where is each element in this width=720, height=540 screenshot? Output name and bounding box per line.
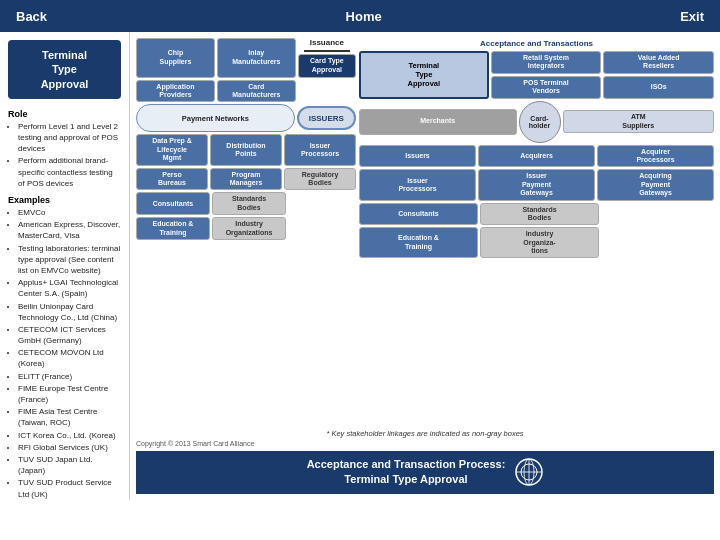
terminal-type-approval-main-box: TerminalTypeApproval <box>359 51 489 99</box>
merchants-box: Merchants <box>359 109 517 135</box>
examples-text: EMVCo American Express, Discover, Master… <box>8 207 121 500</box>
issuer-processors-left-box: IssuerProcessors <box>284 134 356 165</box>
role-title: Role <box>8 109 121 119</box>
education-training-right-box: Education &Training <box>359 227 478 258</box>
cardholder-circle: Card-holder <box>519 101 561 143</box>
program-managers-box: ProgramManagers <box>210 168 282 191</box>
issuance-label: Issuance <box>310 38 344 48</box>
issuer-processors-right-box: IssuerProcessors <box>359 169 476 200</box>
perso-bureaus-box: PersoBureaus <box>136 168 208 191</box>
regulatory-bodies-left-box: RegulatoryBodies <box>284 168 356 191</box>
card-manufacturers-box: CardManufacturers <box>217 80 296 103</box>
footer-bar: Acceptance and Transaction Process: Term… <box>136 451 714 494</box>
card-type-approval-box: Card TypeApproval <box>298 54 356 78</box>
issuer-payment-gateways-box: IssuerPaymentGateways <box>478 169 595 200</box>
distribution-points-box: DistributionPoints <box>210 134 282 165</box>
standards-bodies-left-box: StandardsBodies <box>212 192 286 215</box>
issuers-oval: ISSUERS <box>297 106 356 130</box>
top-bar: Back Home Exit <box>0 0 720 32</box>
back-button[interactable]: Back <box>16 9 47 24</box>
smart-card-alliance-logo <box>515 458 543 486</box>
main-content: TerminalTypeApproval Role Perform Level … <box>0 32 720 500</box>
key-note: * Key stakeholder linkages are indicated… <box>136 429 714 438</box>
consultants-right-box: Consultants <box>359 203 478 226</box>
value-added-resellers-box: Value AddedResellers <box>603 51 714 74</box>
acquiring-payment-gateways-box: AcquiringPaymentGateways <box>597 169 714 200</box>
data-prep-box: Data Prep &LifecycleMgmt <box>136 134 208 165</box>
isos-box: ISOs <box>603 76 714 99</box>
standards-bodies-right-box: StandardsBodies <box>480 203 599 226</box>
inlay-manufacturers-box: InlayManufacturers <box>217 38 296 78</box>
footer-text: Acceptance and Transaction Process: Term… <box>307 457 506 488</box>
pos-terminal-vendors-box: POS TerminalVendors <box>491 76 602 99</box>
acceptance-title: Acceptance and Transactions <box>359 38 714 49</box>
acquirers-box: Acquirers <box>478 145 595 168</box>
right-panel: ChipSuppliers InlayManufacturers Issuanc… <box>130 32 720 500</box>
terminal-badge: TerminalTypeApproval <box>8 40 121 99</box>
copyright-text: Copyright © 2013 Smart Card Alliance <box>136 440 254 447</box>
exit-button[interactable]: Exit <box>680 9 704 24</box>
acquirer-processors-box: AcquirerProcessors <box>597 145 714 168</box>
atm-suppliers-box: ATMSuppliers <box>563 110 715 133</box>
examples-title: Examples <box>8 195 121 205</box>
left-panel: TerminalTypeApproval Role Perform Level … <box>0 32 130 500</box>
industry-orgs-right-box: IndustryOrganiza-tions <box>480 227 599 258</box>
application-providers-box: ApplicationProviders <box>136 80 215 103</box>
issuers-box: Issuers <box>359 145 476 168</box>
payment-networks-box: Payment Networks <box>136 104 295 132</box>
chip-suppliers-box: ChipSuppliers <box>136 38 215 78</box>
industry-orgs-left-box: IndustryOrganizations <box>212 217 286 240</box>
consultants-left-box: Consultants <box>136 192 210 215</box>
role-text: Perform Level 1 and Level 2 testing and … <box>8 121 121 189</box>
home-button[interactable]: Home <box>346 9 382 24</box>
retail-system-integrators-box: Retail SystemIntegrators <box>491 51 602 74</box>
education-training-left-box: Education &Training <box>136 217 210 240</box>
